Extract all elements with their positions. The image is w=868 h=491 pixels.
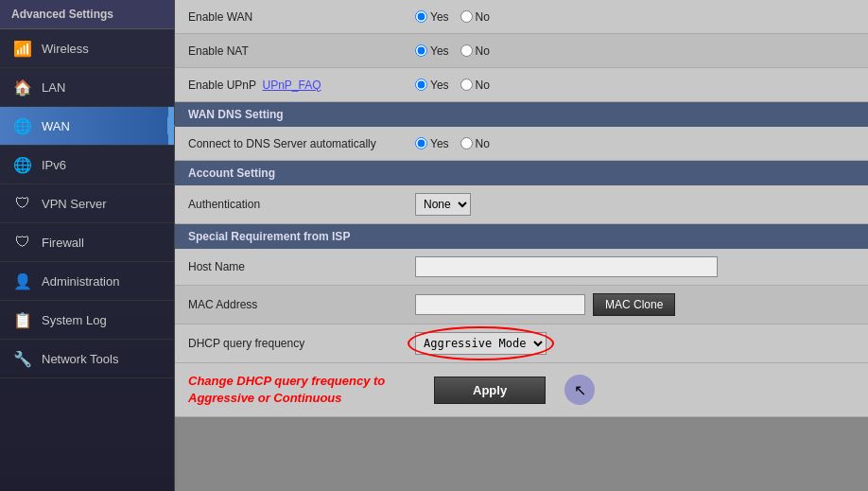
apply-button[interactable]: Apply xyxy=(434,377,546,404)
admin-icon: 👤 xyxy=(13,272,32,290)
enable-wan-row: Enable WAN Yes No xyxy=(175,0,868,34)
sidebar-item-label: WAN xyxy=(42,119,70,133)
auth-select[interactable]: None xyxy=(415,193,471,216)
dhcp-label: DHCP query frequency xyxy=(188,337,415,350)
dns-auto-yes-label[interactable]: Yes xyxy=(415,137,449,150)
enable-nat-row: Enable NAT Yes No xyxy=(175,34,868,68)
sidebar-item-syslog[interactable]: 📋 System Log xyxy=(0,301,174,340)
enable-nat-yes-label[interactable]: Yes xyxy=(415,44,449,58)
hostname-value xyxy=(415,256,855,277)
upnp-faq-link[interactable]: UPnP_FAQ xyxy=(263,79,321,92)
annotation-line2: Aggressive or Continuous xyxy=(188,391,342,405)
dns-auto-row: Connect to DNS Server automatically Yes … xyxy=(175,127,868,161)
enable-nat-no-label[interactable]: No xyxy=(460,44,490,58)
mac-address-value: MAC Clone xyxy=(415,293,855,316)
enable-nat-label: Enable NAT xyxy=(188,44,415,58)
lan-icon: 🏠 xyxy=(13,78,32,96)
enable-wan-label: Enable WAN xyxy=(188,10,415,24)
dhcp-value: Aggressive Mode Continuous Mode xyxy=(415,332,855,355)
dns-auto-no-label[interactable]: No xyxy=(460,137,490,150)
dns-auto-yes-radio[interactable] xyxy=(415,137,427,149)
sidebar-item-nettools[interactable]: 🔧 Network Tools xyxy=(0,340,174,378)
dns-auto-value: Yes No xyxy=(415,137,855,150)
sidebar-item-lan[interactable]: 🏠 LAN xyxy=(0,68,174,107)
ipv6-icon: 🌐 xyxy=(13,155,32,174)
enable-wan-yes-label[interactable]: Yes xyxy=(415,10,449,24)
isp-section-header: Special Requirement from ISP xyxy=(175,224,868,249)
mac-address-label: MAC Address xyxy=(188,298,415,311)
nettools-icon: 🔧 xyxy=(13,349,32,368)
hostname-label: Host Name xyxy=(188,260,415,273)
sidebar-item-label: Administration xyxy=(42,274,119,289)
enable-nat-radio-group: Yes No xyxy=(415,44,490,58)
auth-value: None xyxy=(415,193,855,216)
enable-upnp-yes-radio[interactable] xyxy=(415,79,427,91)
wan-icon: 🌐 xyxy=(13,116,32,135)
enable-wan-no-radio[interactable] xyxy=(460,10,473,23)
enable-upnp-radio-group: Yes No xyxy=(415,79,490,92)
mac-clone-button[interactable]: MAC Clone xyxy=(593,293,675,316)
mac-address-row: MAC Address MAC Clone xyxy=(175,286,868,324)
dhcp-select-wrapper: Aggressive Mode Continuous Mode xyxy=(415,332,547,355)
account-section-header: Account Setting xyxy=(175,161,868,185)
hostname-input[interactable] xyxy=(415,256,718,277)
enable-wan-radio-group: Yes No xyxy=(415,10,490,24)
enable-upnp-no-radio[interactable] xyxy=(460,79,473,91)
syslog-icon: 📋 xyxy=(13,310,32,329)
cursor-indicator: ↖ xyxy=(564,375,595,405)
enable-upnp-label: Enable UPnP UPnP_FAQ xyxy=(188,79,415,92)
vpn-icon: 🛡 xyxy=(13,194,32,213)
enable-wan-yes-radio[interactable] xyxy=(415,10,427,23)
dhcp-row: DHCP query frequency Aggressive Mode Con… xyxy=(175,324,868,363)
dhcp-frequency-select[interactable]: Aggressive Mode Continuous Mode xyxy=(415,332,547,355)
dns-auto-no-radio[interactable] xyxy=(460,137,473,149)
sidebar-item-admin[interactable]: 👤 Administration xyxy=(0,262,174,301)
auth-label: Authentication xyxy=(188,198,415,211)
sidebar-item-label: LAN xyxy=(42,80,65,95)
dns-auto-label: Connect to DNS Server automatically xyxy=(188,137,415,150)
annotation-line1: Change DHCP query frequency to xyxy=(188,374,385,388)
auth-row: Authentication None xyxy=(175,185,868,224)
hostname-row: Host Name xyxy=(175,249,868,286)
enable-upnp-yes-label[interactable]: Yes xyxy=(415,79,449,92)
sidebar-item-wan[interactable]: 🌐 WAN xyxy=(0,107,174,146)
sidebar-item-ipv6[interactable]: 🌐 IPv6 xyxy=(0,146,174,184)
active-arrow xyxy=(167,116,175,135)
annotation-text: Change DHCP query frequency to Aggressiv… xyxy=(188,373,415,407)
enable-upnp-value: Yes No xyxy=(415,79,855,92)
enable-nat-no-radio[interactable] xyxy=(460,44,473,57)
sidebar-item-label: VPN Server xyxy=(42,197,107,211)
sidebar: Advanced Settings 📶 Wireless 🏠 LAN 🌐 WAN… xyxy=(0,0,175,491)
dns-auto-radio-group: Yes No xyxy=(415,137,490,150)
enable-nat-yes-radio[interactable] xyxy=(415,44,427,57)
sidebar-item-label: Firewall xyxy=(42,236,84,250)
wireless-icon: 📶 xyxy=(13,39,32,58)
enable-nat-value: Yes No xyxy=(415,44,855,58)
sidebar-item-label: Wireless xyxy=(42,42,89,56)
firewall-icon: 🛡 xyxy=(13,233,32,252)
content-area: Enable WAN Yes No Enable NAT Yes No Ena xyxy=(175,0,868,417)
sidebar-item-firewall[interactable]: 🛡 Firewall xyxy=(0,223,174,262)
sidebar-item-label: System Log xyxy=(42,313,107,327)
enable-wan-no-label[interactable]: No xyxy=(460,10,490,24)
main-content: Enable WAN Yes No Enable NAT Yes No Ena xyxy=(175,0,868,491)
enable-wan-value: Yes No xyxy=(415,10,855,24)
enable-upnp-no-label[interactable]: No xyxy=(460,79,490,92)
wan-dns-section-header: WAN DNS Setting xyxy=(175,102,868,127)
apply-row: Change DHCP query frequency to Aggressiv… xyxy=(175,363,868,417)
mac-address-input[interactable] xyxy=(415,294,585,315)
sidebar-header: Advanced Settings xyxy=(0,0,174,29)
sidebar-item-label: IPv6 xyxy=(42,158,66,172)
enable-upnp-row: Enable UPnP UPnP_FAQ Yes No xyxy=(175,68,868,102)
sidebar-item-wireless[interactable]: 📶 Wireless xyxy=(0,29,174,68)
sidebar-item-vpn[interactable]: 🛡 VPN Server xyxy=(0,184,174,223)
sidebar-item-label: Network Tools xyxy=(42,352,118,366)
